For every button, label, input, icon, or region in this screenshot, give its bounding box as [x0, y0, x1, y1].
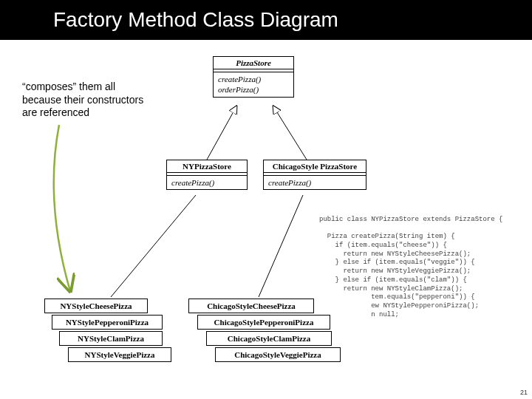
title-bar: Factory Method Class Diagram: [0, 0, 532, 40]
svg-line-2: [111, 195, 196, 297]
uml-chi-pepperoni: ChicagoStylePepperoniPizza: [197, 315, 330, 330]
slide-title: Factory Method Class Diagram: [53, 8, 338, 32]
uml-pizzastore-m2: orderPizza(): [218, 84, 289, 95]
uml-chicagostore: ChicagoStyle PizzaStore createPizza(): [263, 160, 366, 190]
uml-chi-cheese: ChicagoStyleCheesePizza: [188, 299, 314, 313]
annotation-composes: “composes” them allbecause their constru…: [22, 81, 170, 120]
uml-pizzastore-m1: createPizza(): [218, 74, 289, 84]
uml-ny-veggie: NYStyleVeggiePizza: [68, 347, 171, 362]
svg-line-1: [273, 106, 307, 160]
uml-pizzastore-name: PizzaStore: [214, 57, 293, 69]
uml-chi-veggie: ChicagoStyleVeggiePizza: [215, 347, 341, 362]
svg-line-0: [207, 106, 236, 160]
uml-pizzastore: PizzaStore createPizza() orderPizza(): [213, 56, 294, 98]
uml-nypizzastore-m1: createPizza(): [171, 177, 242, 188]
uml-nypizzastore: NYPizzaStore createPizza(): [166, 160, 248, 190]
svg-line-3: [259, 195, 303, 297]
code-snippet: public class NYPizzaStore extends PizzaS…: [319, 216, 502, 319]
uml-ny-pepperoni: NYStylePepperoniPizza: [52, 315, 163, 330]
page-number: 21: [520, 389, 528, 396]
uml-chi-clam: ChicagoStyleClamPizza: [206, 331, 332, 346]
uml-chicagostore-m1: createPizza(): [268, 177, 361, 188]
uml-ny-cheese: NYStyleCheesePizza: [44, 299, 148, 313]
uml-chicagostore-name: ChicagoStyle PizzaStore: [264, 160, 366, 173]
uml-nypizzastore-name: NYPizzaStore: [167, 160, 247, 173]
diagram-canvas: “composes” them allbecause their constru…: [0, 40, 532, 399]
uml-ny-clam: NYStyleClamPizza: [59, 331, 163, 346]
